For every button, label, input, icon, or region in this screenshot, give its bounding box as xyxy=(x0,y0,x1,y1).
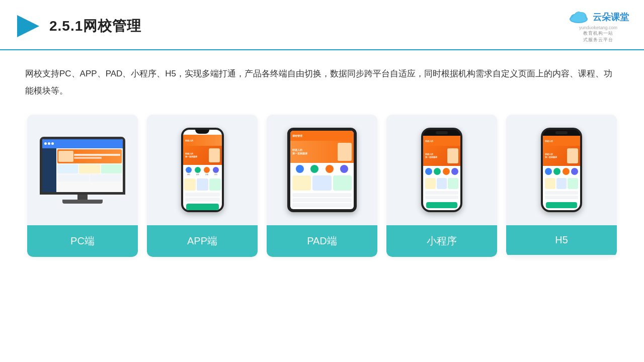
mini-card-1 xyxy=(425,178,436,189)
monitor-topbar xyxy=(42,139,123,148)
phone-banner-txt-app: 职迹人的第一堂刷题课 xyxy=(185,152,207,158)
monitor-screen xyxy=(42,139,123,192)
monitor-list-1 xyxy=(57,174,89,182)
phone-body-app: 职迹人的 职迹人的第一堂刷题课 课 xyxy=(181,128,224,212)
svg-marker-0 xyxy=(17,15,39,37)
h5-btn-green xyxy=(546,202,577,208)
monitor-row-2 xyxy=(57,174,122,182)
tablet-body: 课程管理 职迹人的第一堂刷题课 xyxy=(287,128,357,212)
h5-rows xyxy=(543,190,580,200)
monitor-text-line-2 xyxy=(74,157,102,159)
play-icon xyxy=(15,13,41,39)
phone-banner-app: 职迹人的第一堂刷题课 xyxy=(183,146,222,165)
h5-icon-4 xyxy=(571,168,578,175)
h5-row-1 xyxy=(545,191,578,195)
tablet-card-3 xyxy=(333,175,352,191)
tablet-banner-content: 职迹人的第一堂刷题课 xyxy=(292,148,336,156)
description-text: 网校支持PC、APP、PAD、小程序、H5，实现多端打通，产品各终端自由切换，数… xyxy=(25,65,619,100)
h5-icons xyxy=(543,166,580,177)
tablet-card-1 xyxy=(292,175,311,191)
monitor-card-2 xyxy=(79,164,100,173)
cards-container: PC端 职迹人的 职迹人的第一堂刷题课 xyxy=(25,115,619,257)
mini-notch-bar xyxy=(423,130,460,136)
mini-header-txt: 职迹人的 xyxy=(425,140,433,142)
card-app-label: APP端 xyxy=(147,225,258,257)
monitor-neck xyxy=(77,195,88,200)
page-title: 2.5.1网校管理 xyxy=(49,17,141,36)
monitor-banner xyxy=(57,149,122,163)
phone-icon-4: 资讯 xyxy=(213,167,219,175)
mini-btn-green xyxy=(426,202,457,208)
card-mini-image: 职迹人的 职迹人的第一堂刷题课 xyxy=(386,115,497,225)
mini-banner-content: 职迹人的第一堂刷题课 xyxy=(425,153,446,158)
mini-banner: 职迹人的第一堂刷题课 xyxy=(423,146,460,166)
tablet-icon-1 xyxy=(296,165,304,173)
card-h5: 职迹人的 职迹人的第一堂刷题课 xyxy=(506,115,617,257)
monitor-card-row xyxy=(57,164,122,173)
h5-icon-3 xyxy=(562,168,570,175)
monitor-dot-2 xyxy=(48,142,50,145)
monitor-dot-1 xyxy=(44,142,47,145)
card-h5-image: 职迹人的 职迹人的第一堂刷题课 xyxy=(506,115,617,225)
phone-icon-1: 课程 xyxy=(186,167,192,175)
phone-header-text-app: 职迹人的 xyxy=(185,139,193,142)
header: 2.5.1网校管理 云朵课堂 yunduoketang.com 教育机构一站 式… xyxy=(0,0,644,50)
mini-icon-2 xyxy=(434,168,441,175)
mini-phone-mockup: 职迹人的 职迹人的第一堂刷题课 xyxy=(421,128,462,212)
tablet-list-row-3 xyxy=(292,203,352,207)
tablet-icon-2 xyxy=(310,165,318,173)
mini-card-2 xyxy=(437,178,447,189)
mini-banner-img xyxy=(447,148,458,163)
phone-header-app: 职迹人的 xyxy=(183,135,222,146)
h5-row-2 xyxy=(545,196,578,199)
mini-notch-pill xyxy=(436,131,448,134)
tablet-banner-img xyxy=(338,143,352,161)
h5-icon-1 xyxy=(545,168,552,175)
tablet-banner: 职迹人的第一堂刷题课 xyxy=(290,141,354,163)
mini-icon-1 xyxy=(425,168,432,175)
phone-card-2 xyxy=(197,178,208,191)
mini-header: 职迹人的 xyxy=(423,136,460,146)
h5-header-txt: 职迹人的 xyxy=(545,140,553,142)
tablet-list-row-2 xyxy=(292,198,352,202)
tablet-cards xyxy=(290,174,354,192)
phone-icon-2: 题库 xyxy=(195,167,201,175)
logo-slogan: 教育机构一站 式服务云平台 xyxy=(583,30,613,43)
tablet-list-row-1 xyxy=(292,193,352,197)
app-phone-mockup: 职迹人的 职迹人的第一堂刷题课 课 xyxy=(181,128,224,212)
card-pad: 课程管理 职迹人的第一堂刷题课 xyxy=(267,115,377,257)
monitor-sidebar xyxy=(42,148,56,192)
card-pc-label: PC端 xyxy=(27,225,138,257)
card-pad-image: 课程管理 职迹人的第一堂刷题课 xyxy=(267,115,377,225)
monitor-body xyxy=(40,137,125,195)
monitor-content xyxy=(42,148,123,192)
h5-phone-mockup: 职迹人的 职迹人的第一堂刷题课 xyxy=(541,128,582,212)
phone-notch-app xyxy=(195,130,209,134)
tablet-card-2 xyxy=(312,175,331,191)
mini-row-1 xyxy=(425,191,458,195)
phone-list-2 xyxy=(185,198,220,202)
phone-icon-circle-2 xyxy=(195,167,201,173)
h5-banner-txt: 职迹人的第一堂刷题课 xyxy=(545,153,566,158)
mini-icons xyxy=(423,166,460,177)
phone-icon-circle-4 xyxy=(213,167,219,173)
card-app-image: 职迹人的 职迹人的第一堂刷题课 课 xyxy=(147,115,258,225)
monitor-banner-text xyxy=(73,153,121,159)
phone-banner-content: 职迹人的第一堂刷题课 xyxy=(185,152,207,158)
h5-banner: 职迹人的第一堂刷题课 xyxy=(543,146,580,166)
mini-icon-3 xyxy=(443,168,450,175)
tablet-topbar-txt: 课程管理 xyxy=(292,134,302,137)
phone-list-1 xyxy=(185,193,220,197)
header-left: 2.5.1网校管理 xyxy=(15,13,141,39)
logo-cloud: 云朵课堂 xyxy=(568,9,629,25)
logo-area: 云朵课堂 yunduoketang.com 教育机构一站 式服务云平台 xyxy=(568,9,629,43)
phone-icon-label-1: 课程 xyxy=(187,173,190,175)
phone-icon-circle-1 xyxy=(186,167,192,173)
phone-icon-circle-3 xyxy=(204,167,210,173)
h5-banner-content: 职迹人的第一堂刷题课 xyxy=(545,153,566,158)
logo-text: 云朵课堂 xyxy=(593,11,629,23)
h5-icon-2 xyxy=(553,168,560,175)
monitor-dot-3 xyxy=(51,142,54,145)
h5-cards xyxy=(543,177,580,190)
card-pc: PC端 xyxy=(27,115,138,257)
